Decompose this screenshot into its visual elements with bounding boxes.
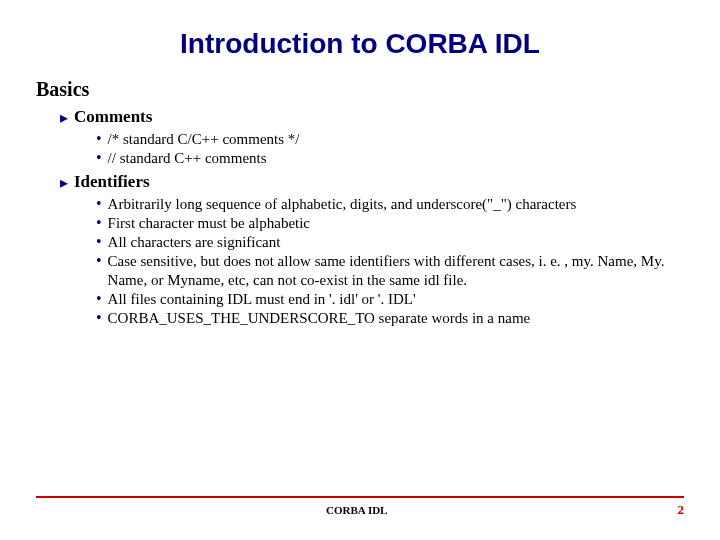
- topic-heading: Identifiers: [74, 172, 150, 192]
- content-region: Basics ▸ Comments •/* standard C/C++ com…: [0, 60, 720, 328]
- footer-rule: [36, 496, 684, 498]
- footer: CORBA IDL 2: [36, 496, 684, 518]
- list-text: All files containing IDL must end in '. …: [108, 290, 684, 309]
- dot-icon: •: [96, 130, 102, 147]
- dot-icon: •: [96, 233, 102, 250]
- section-heading: Basics: [36, 78, 684, 101]
- list-text: /* standard C/C++ comments */: [108, 130, 684, 149]
- list-item: •CORBA_USES_THE_UNDERSCORE_TO separate w…: [96, 309, 684, 328]
- dot-icon: •: [96, 195, 102, 212]
- list-item: •First character must be alphabetic: [96, 214, 684, 233]
- dot-icon: •: [96, 149, 102, 166]
- list-item: •// standard C++ comments: [96, 149, 684, 168]
- triangle-icon: ▸: [60, 108, 68, 128]
- list-item: •All files containing IDL must end in '.…: [96, 290, 684, 309]
- dot-icon: •: [96, 309, 102, 326]
- list-text: // standard C++ comments: [108, 149, 684, 168]
- list-item: •Case sensitive, but does not allow same…: [96, 252, 684, 290]
- topic-comments: ▸ Comments: [60, 107, 684, 128]
- page-number: 2: [678, 502, 685, 518]
- page-title: Introduction to CORBA IDL: [0, 0, 720, 60]
- list-item: •/* standard C/C++ comments */: [96, 130, 684, 149]
- dot-icon: •: [96, 214, 102, 231]
- list-item: •All characters are significant: [96, 233, 684, 252]
- triangle-icon: ▸: [60, 173, 68, 193]
- list-text: Case sensitive, but does not allow same …: [108, 252, 684, 290]
- list-text: First character must be alphabetic: [108, 214, 684, 233]
- list-text: CORBA_USES_THE_UNDERSCORE_TO separate wo…: [108, 309, 684, 328]
- footer-label: CORBA IDL: [36, 504, 678, 516]
- list-text: All characters are significant: [108, 233, 684, 252]
- list-item: •Arbitrarily long sequence of alphabetic…: [96, 195, 684, 214]
- dot-icon: •: [96, 290, 102, 307]
- comments-list: •/* standard C/C++ comments */ •// stand…: [96, 130, 684, 168]
- dot-icon: •: [96, 252, 102, 269]
- topic-identifiers: ▸ Identifiers: [60, 172, 684, 193]
- identifiers-list: •Arbitrarily long sequence of alphabetic…: [96, 195, 684, 328]
- list-text: Arbitrarily long sequence of alphabetic,…: [108, 195, 684, 214]
- topic-heading: Comments: [74, 107, 152, 127]
